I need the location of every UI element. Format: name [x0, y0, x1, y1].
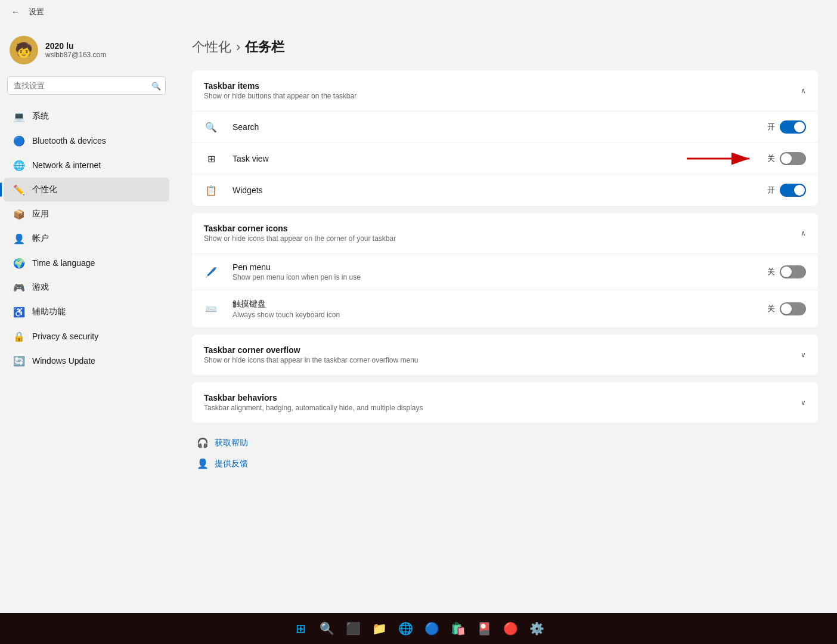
- toggle-label-taskview: 关: [767, 153, 775, 164]
- taskbar-icon-start[interactable]: ⊞: [289, 617, 312, 640]
- main-layout: 🧒 2020 lu wslbb87@163.com 🔍 💻 系统 🔵 Bluet…: [0, 24, 837, 613]
- taskbar-icon-taskview[interactable]: ⬛: [341, 617, 365, 640]
- search-input[interactable]: [7, 76, 166, 95]
- toggle-track-widgets: [780, 184, 806, 197]
- sidebar-item-time[interactable]: 🌍 Time & language: [4, 251, 169, 275]
- taskbar-icon-app1[interactable]: 🎴: [472, 617, 496, 640]
- toggle-search[interactable]: [780, 120, 806, 134]
- setting-label-pen-menu: Pen menu: [232, 262, 760, 272]
- setting-label-search: Search: [232, 122, 760, 132]
- back-button[interactable]: ←: [7, 4, 24, 20]
- taskbar-icon-store[interactable]: 🛍️: [446, 617, 470, 640]
- chevron-taskbar-items: ∧: [801, 86, 806, 95]
- breadcrumb-separator: ›: [236, 39, 240, 55]
- nav-label-bluetooth: Bluetooth & devices: [32, 136, 106, 145]
- user-profile[interactable]: 🧒 2020 lu wslbb87@163.com: [0, 30, 173, 76]
- nav-label-privacy: Privacy & security: [32, 332, 98, 341]
- chevron-taskbar-corner-icons: ∧: [801, 229, 806, 237]
- sidebar-item-accessibility[interactable]: ♿ 辅助功能: [4, 300, 169, 324]
- taskbar-center: ⊞🔍⬛📁🌐🔵🛍️🎴🔴⚙️: [289, 617, 548, 640]
- nav-icon-apps: 📦: [13, 208, 25, 220]
- setting-row-pen-menu: 🖊️ Pen menu Show pen menu icon when pen …: [192, 253, 818, 290]
- section-title-taskbar-items: Taskbar items: [204, 81, 356, 91]
- section-subtitle-taskbar-behaviors: Taskbar alignment, badging, automaticall…: [204, 404, 423, 412]
- taskbar-icon-files[interactable]: 📁: [367, 617, 391, 640]
- footer-icon-help: 🎧: [197, 437, 209, 448]
- toggle-track-taskview: [780, 152, 806, 165]
- nav-label-system: 系统: [32, 111, 49, 122]
- breadcrumb: 个性化 › 任务栏: [192, 38, 818, 56]
- taskbar-icon-browser1[interactable]: 🌐: [393, 617, 417, 640]
- section-body-taskbar-corner-icons: 🖊️ Pen menu Show pen menu icon when pen …: [192, 253, 818, 327]
- section-subtitle-taskbar-corner-overflow: Show or hide icons that appear in the ta…: [204, 356, 418, 364]
- setting-icon-widgets: 📋: [204, 183, 218, 197]
- toggle-touch-keyboard[interactable]: [780, 302, 806, 315]
- sidebar-item-bluetooth[interactable]: 🔵 Bluetooth & devices: [4, 129, 169, 153]
- toggle-thumb-widgets: [794, 185, 805, 196]
- setting-row-touch-keyboard: ⌨️ 触摸键盘 Always show touch keyboard icon …: [192, 290, 818, 327]
- section-header-taskbar-behaviors[interactable]: Taskbar behaviors Taskbar alignment, bad…: [192, 382, 818, 423]
- sidebar-item-network[interactable]: 🌐 Network & internet: [4, 153, 169, 177]
- nav-icon-accounts: 👤: [13, 233, 25, 244]
- section-title-taskbar-behaviors: Taskbar behaviors: [204, 393, 423, 402]
- breadcrumb-current: 任务栏: [245, 38, 284, 56]
- nav-icon-network: 🌐: [13, 159, 25, 171]
- nav-icon-system: 💻: [13, 110, 25, 122]
- title-bar: ← 设置: [0, 0, 837, 24]
- setting-row-taskview: ⊞ Task view 关: [192, 143, 818, 174]
- nav-label-apps: 应用: [32, 209, 49, 219]
- sidebar-item-accounts[interactable]: 👤 帐户: [4, 227, 169, 250]
- nav-label-time: Time & language: [32, 258, 95, 268]
- sidebar: 🧒 2020 lu wslbb87@163.com 🔍 💻 系统 🔵 Bluet…: [0, 24, 173, 613]
- toggle-taskview[interactable]: [780, 152, 806, 165]
- section-header-taskbar-items[interactable]: Taskbar items Show or hide buttons that …: [192, 70, 818, 111]
- setting-icon-touch-keyboard: ⌨️: [204, 302, 218, 316]
- sidebar-item-apps[interactable]: 📦 应用: [4, 202, 169, 226]
- user-info: 2020 lu wslbb87@163.com: [45, 41, 106, 59]
- section-title-taskbar-corner-icons: Taskbar corner icons: [204, 224, 396, 233]
- nav-items: 💻 系统 🔵 Bluetooth & devices 🌐 Network & i…: [0, 104, 173, 373]
- section-taskbar-behaviors: Taskbar behaviors Taskbar alignment, bad…: [192, 382, 818, 423]
- taskbar-icon-browser2[interactable]: 🔵: [420, 617, 444, 640]
- chevron-taskbar-behaviors: ∨: [801, 398, 806, 407]
- sidebar-item-personalization[interactable]: ✏️ 个性化: [4, 178, 169, 202]
- setting-label-taskview: Task view: [232, 154, 760, 163]
- toggle-label-widgets: 开: [767, 185, 775, 196]
- section-title-taskbar-corner-overflow: Taskbar corner overflow: [204, 345, 418, 355]
- nav-icon-time: 🌍: [13, 257, 25, 269]
- taskbar-icon-settings[interactable]: ⚙️: [525, 617, 548, 640]
- section-header-taskbar-corner-overflow[interactable]: Taskbar corner overflow Show or hide ico…: [192, 335, 818, 375]
- nav-icon-gaming: 🎮: [13, 281, 25, 293]
- footer-link-help[interactable]: 🎧 获取帮助: [194, 432, 816, 453]
- search-icon: 🔍: [151, 81, 161, 90]
- setting-icon-taskview: ⊞: [204, 151, 218, 166]
- sidebar-item-windowsupdate[interactable]: 🔄 Windows Update: [4, 349, 169, 373]
- sidebar-item-gaming[interactable]: 🎮 游戏: [4, 275, 169, 299]
- toggle-track-pen-menu: [780, 265, 806, 278]
- nav-label-personalization: 个性化: [32, 184, 57, 195]
- setting-icon-pen-menu: 🖊️: [204, 265, 218, 279]
- footer-link-feedback[interactable]: 👤 提供反馈: [194, 453, 816, 474]
- sidebar-item-privacy[interactable]: 🔒 Privacy & security: [4, 324, 169, 348]
- section-header-taskbar-corner-icons[interactable]: Taskbar corner icons Show or hide icons …: [192, 213, 818, 253]
- user-email: wslbb87@163.com: [45, 51, 106, 59]
- avatar: 🧒: [10, 36, 38, 64]
- sections-container: Taskbar items Show or hide buttons that …: [192, 70, 818, 423]
- setting-label-widgets: Widgets: [232, 185, 760, 195]
- setting-row-search: 🔍 Search 开: [192, 111, 818, 143]
- nav-label-windowsupdate: Windows Update: [32, 356, 95, 366]
- sidebar-item-system[interactable]: 💻 系统: [4, 104, 169, 128]
- toggle-widgets[interactable]: [780, 184, 806, 197]
- toggle-pen-menu[interactable]: [780, 265, 806, 278]
- footer-label-help: 获取帮助: [215, 438, 248, 448]
- toggle-label-touch-keyboard: 关: [767, 304, 775, 314]
- setting-sub-touch-keyboard: Always show touch keyboard icon: [232, 311, 760, 319]
- nav-label-gaming: 游戏: [32, 282, 49, 293]
- toggle-label-pen-menu: 关: [767, 267, 775, 277]
- taskbar: ⊞🔍⬛📁🌐🔵🛍️🎴🔴⚙️: [0, 613, 837, 644]
- nav-icon-privacy: 🔒: [13, 330, 25, 342]
- taskbar-icon-search[interactable]: 🔍: [315, 617, 339, 640]
- arrow-annotation: [687, 150, 758, 168]
- section-body-taskbar-items: 🔍 Search 开: [192, 111, 818, 206]
- taskbar-icon-app2[interactable]: 🔴: [498, 617, 522, 640]
